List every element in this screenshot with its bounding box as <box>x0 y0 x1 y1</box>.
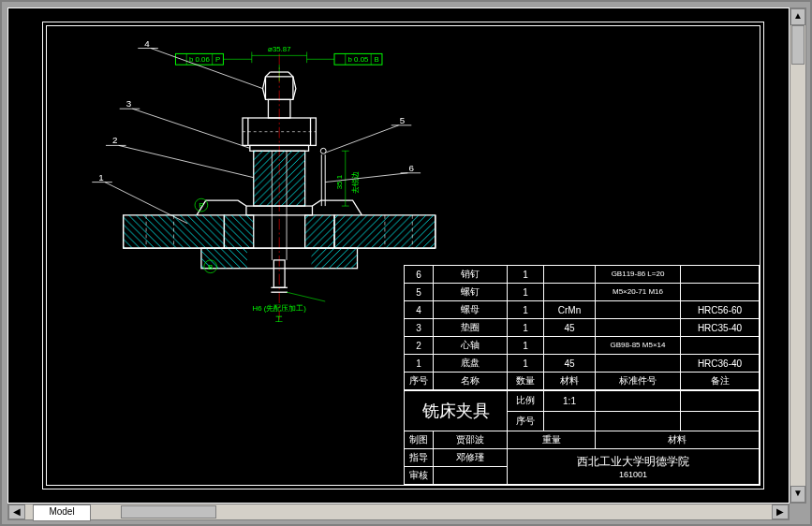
bom-std <box>596 355 681 373</box>
bom-rem: HRC56-60 <box>681 301 760 319</box>
svg-line-14 <box>266 72 271 77</box>
bom-qty: 1 <box>508 266 544 284</box>
titleblock-main: 铣床夹具 比例 1:1 序号 制图 <box>404 390 760 485</box>
empty <box>544 411 596 431</box>
bom-idx: 1 <box>405 355 434 373</box>
bom-row: 5 螺钉 1 M5×20-71 M16 <box>405 284 760 301</box>
callout-2: 2 <box>112 135 117 145</box>
gdt-left-value: b 0.06 <box>189 55 210 64</box>
scroll-left-arrow-icon[interactable]: ◀ <box>8 504 25 519</box>
svg-rect-23 <box>254 151 305 206</box>
title-block: 6 销钉 1 GB119-86 L=20 5 螺钉 1 M5× <box>404 265 760 485</box>
bom-rem <box>681 266 760 284</box>
bom-qty: 1 <box>508 355 544 373</box>
bom-rem <box>681 337 760 355</box>
val-drawn: 贾邵波 <box>434 431 508 449</box>
note-below: 工 <box>275 315 283 324</box>
model-tab[interactable]: Model <box>33 504 91 521</box>
bom-std: GB119-86 L=20 <box>596 266 681 284</box>
bom-qty: 1 <box>508 319 544 337</box>
note-bottom: H6 (先配压加工) <box>252 304 306 313</box>
empty <box>596 391 681 412</box>
bom-row: 2 心轴 1 GB98-85 M5×14 <box>405 337 760 355</box>
application-frame: ⌀35.87 b 0.06 P b 0.05 B <box>2 2 810 524</box>
empty <box>681 411 760 431</box>
svg-rect-31 <box>224 215 253 248</box>
callout-3: 3 <box>126 98 132 109</box>
hdr-std: 标准件号 <box>596 373 681 390</box>
scroll-thumb[interactable] <box>121 505 216 519</box>
empty <box>681 391 760 412</box>
bom-idx: 5 <box>405 284 434 301</box>
svg-line-54 <box>287 292 325 301</box>
vertical-scrollbar[interactable]: ▲ ▼ <box>790 7 806 504</box>
callout-4: 4 <box>144 38 150 49</box>
note-right: 去锐边 <box>351 171 360 194</box>
bom-idx: 3 <box>405 319 434 337</box>
hdr-mat: 材料 <box>544 373 596 390</box>
lbl-weight: 重量 <box>508 431 596 449</box>
scroll-down-arrow-icon[interactable]: ▼ <box>790 486 805 503</box>
empty <box>596 411 681 431</box>
bom-header-row: 序号 名称 数量 材料 标准件号 备注 <box>405 373 760 390</box>
bom-idx: 4 <box>405 301 434 319</box>
bom-name: 心轴 <box>434 337 508 355</box>
val-approved <box>434 467 508 485</box>
institution-name: 西北工业大学明德学院 <box>509 454 757 470</box>
institution-code: 161001 <box>509 470 757 479</box>
lbl-scale: 比例 <box>508 391 544 412</box>
bom-rem: HRC35-40 <box>681 319 760 337</box>
bom-name: 螺母 <box>434 301 508 319</box>
scroll-right-arrow-icon[interactable]: ▶ <box>772 504 789 519</box>
gdt-right-datum: B <box>374 55 378 64</box>
bom-idx: 2 <box>405 337 434 355</box>
datum-b: B <box>208 263 213 271</box>
bom-std <box>596 319 681 337</box>
bom-std: M5×20-71 M16 <box>596 284 681 301</box>
svg-rect-35 <box>312 248 358 269</box>
callout-5: 5 <box>400 115 406 125</box>
bom-idx: 6 <box>405 266 434 284</box>
hdr-idx: 序号 <box>405 373 434 390</box>
bom-name: 螺钉 <box>434 284 508 301</box>
svg-line-55 <box>151 49 263 89</box>
lbl-drawn: 制图 <box>405 431 434 449</box>
hdr-name: 名称 <box>434 373 508 390</box>
scroll-thumb[interactable] <box>791 25 805 65</box>
bom-qty: 1 <box>508 284 544 301</box>
bom-name: 底盘 <box>434 355 508 373</box>
bom-rem: HRC36-40 <box>681 355 760 373</box>
scroll-up-arrow-icon[interactable]: ▲ <box>790 8 805 25</box>
svg-line-57 <box>132 109 249 148</box>
bom-rem <box>681 284 760 301</box>
dim-top-diameter: ⌀35.87 <box>268 45 291 53</box>
lbl-material: 材料 <box>596 431 760 449</box>
bom-row: 1 底盘 1 45 HRC36-40 <box>405 355 760 373</box>
svg-line-59 <box>119 145 254 177</box>
bom-mat <box>544 337 596 355</box>
svg-rect-32 <box>305 215 334 248</box>
lbl-sheet: 序号 <box>508 411 544 431</box>
callout-6: 6 <box>409 163 415 173</box>
gdt-right-value: b 0.05 <box>348 55 369 64</box>
svg-line-63 <box>325 125 398 153</box>
hdr-rem: 备注 <box>681 373 760 390</box>
bom-row: 4 螺母 1 CrMn HRC56-60 <box>405 301 760 319</box>
val-checked: 邓修瑾 <box>434 449 508 467</box>
bom-name: 垫圈 <box>434 319 508 337</box>
callout-1: 1 <box>98 172 103 183</box>
bom-qty: 1 <box>508 301 544 319</box>
institution: 西北工业大学明德学院 161001 <box>508 449 760 485</box>
bom-name: 销钉 <box>434 266 508 284</box>
lbl-checked: 指导 <box>405 449 434 467</box>
val-scale: 1:1 <box>544 391 596 412</box>
hdr-qty: 数量 <box>508 373 544 390</box>
drawing-title: 铣床夹具 <box>405 391 508 431</box>
svg-line-15 <box>288 72 293 77</box>
bom-mat: CrMn <box>544 301 596 319</box>
cad-viewport[interactable]: ⌀35.87 b 0.06 P b 0.05 B <box>7 7 790 504</box>
datum-p: P <box>199 201 203 210</box>
bom-std <box>596 301 681 319</box>
horizontal-scrollbar[interactable]: ◀ Model ▶ <box>7 504 790 520</box>
gdt-left-datum: P <box>215 55 220 64</box>
